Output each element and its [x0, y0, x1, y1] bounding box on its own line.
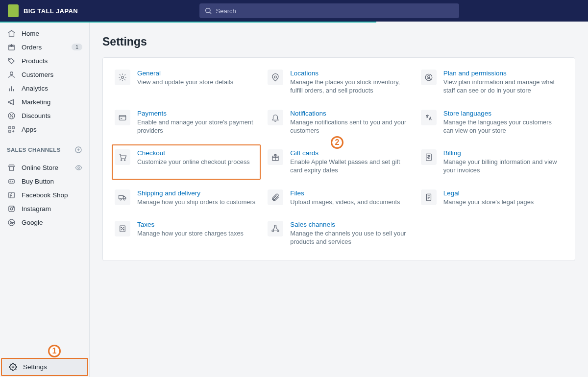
svg-rect-21: [8, 179, 14, 183]
marketing-icon: [7, 97, 16, 106]
languages-icon: [421, 110, 437, 125]
svg-point-22: [10, 181, 11, 182]
tile-description: Upload images, videos, and documents: [290, 198, 400, 206]
tile-title: Checkout: [137, 149, 250, 157]
nav-item-label: Apps: [22, 126, 82, 133]
truck-icon: [115, 189, 130, 205]
user-circle-icon: [421, 70, 437, 85]
svg-rect-23: [8, 192, 14, 197]
settings-tile-notifications[interactable]: NotificationsManage notifications sent t…: [267, 109, 411, 136]
settings-tile-billing[interactable]: BillingManage your billing information a…: [420, 148, 564, 176]
settings-tile-sales-channels[interactable]: Sales channelsManage the channels you us…: [267, 220, 411, 247]
sidebar: HomeOrders1ProductsCustomersAnalyticsMar…: [0, 23, 90, 377]
svg-point-0: [205, 8, 210, 13]
settings-tile-checkout[interactable]: CheckoutCustomize your online checkout p…: [112, 144, 261, 180]
tile-description: Manage notifications sent to you and you…: [290, 118, 410, 135]
channel-icon: [7, 190, 16, 199]
channel-icon: [7, 218, 16, 227]
tile-title: Legal: [443, 189, 534, 197]
nav-item-discounts[interactable]: Discounts: [0, 109, 89, 122]
tile-title: Locations: [290, 70, 410, 77]
add-channel-icon[interactable]: [74, 146, 82, 154]
settings-tile-shipping-and-delivery[interactable]: Shipping and deliveryManage how you ship…: [114, 188, 258, 207]
eye-icon[interactable]: [75, 164, 82, 171]
tile-description: Manage the places you stock inventory, f…: [290, 78, 410, 95]
settings-tile-gift-cards[interactable]: Gift cardsEnable Apple Wallet passes and…: [267, 148, 411, 176]
nav-badge: 1: [72, 44, 82, 50]
tile-description: View and update your store details: [137, 78, 233, 86]
tile-title: Files: [290, 189, 400, 197]
svg-rect-12: [8, 126, 10, 128]
tile-title: General: [137, 70, 233, 77]
tile-title: Taxes: [137, 221, 244, 228]
nav-item-label: Analytics: [22, 85, 82, 92]
svg-line-1: [210, 12, 211, 14]
search-input[interactable]: [216, 7, 454, 15]
channel-item-google[interactable]: Google: [0, 215, 89, 229]
channel-icon: [7, 177, 16, 186]
store-name: BIG TALL JAPAN: [24, 7, 78, 15]
nav-item-apps[interactable]: Apps: [0, 122, 89, 136]
settings-tile-taxes[interactable]: TaxesManage how your store charges taxes: [114, 220, 258, 247]
svg-point-26: [10, 208, 13, 210]
svg-rect-43: [119, 195, 123, 199]
home-icon: [7, 29, 16, 38]
settings-tile-plan-and-permissions[interactable]: Plan and permissionsView plan informatio…: [420, 69, 564, 96]
sales-channels-heading: SALES CHANNELS: [0, 140, 89, 157]
products-icon: [7, 56, 16, 65]
svg-point-30: [122, 76, 124, 79]
nav-item-orders[interactable]: Orders1: [0, 40, 89, 54]
channel-item-label: Online Store: [22, 164, 69, 171]
svg-point-44: [120, 199, 122, 200]
gift-icon: [268, 149, 283, 165]
nav-item-products[interactable]: Products: [0, 54, 89, 68]
settings-tile-payments[interactable]: PaymentsEnable and manage your store's p…: [114, 109, 258, 136]
svg-point-37: [121, 160, 122, 161]
clip-icon: [268, 189, 283, 205]
svg-point-33: [427, 75, 430, 78]
nav-item-analytics[interactable]: Analytics: [0, 81, 89, 95]
nav-item-home[interactable]: Home: [0, 26, 89, 40]
channel-item-buy-button[interactable]: Buy Button: [0, 174, 89, 188]
settings-tile-legal[interactable]: LegalManage your store's legal pages: [420, 188, 564, 207]
search-box[interactable]: [199, 3, 459, 18]
settings-tile-general[interactable]: GeneralView and update your store detail…: [114, 69, 258, 96]
nav-item-label: Home: [22, 30, 82, 37]
settings-nav-item[interactable]: Settings: [1, 358, 88, 376]
nav-item-marketing[interactable]: Marketing: [0, 95, 89, 109]
store-identity[interactable]: BIG TALL JAPAN: [8, 4, 78, 17]
tile-description: Manage the channels you use to sell your…: [290, 229, 410, 246]
orders-icon: [7, 43, 16, 51]
svg-point-53: [123, 229, 124, 230]
settings-tile-store-languages[interactable]: Store languagesManage the languages your…: [420, 109, 564, 136]
svg-point-27: [13, 207, 13, 207]
channel-item-online-store[interactable]: Online Store: [0, 161, 89, 174]
channel-item-label: Facebook Shop: [22, 191, 82, 199]
svg-point-52: [121, 227, 122, 228]
customers-icon: [7, 70, 16, 79]
settings-card: GeneralView and update your store detail…: [102, 57, 575, 261]
svg-point-20: [78, 166, 80, 168]
nav-item-customers[interactable]: Customers: [0, 68, 89, 81]
svg-point-29: [12, 366, 14, 368]
apps-icon: [7, 125, 16, 134]
settings-nav-label: Settings: [23, 363, 47, 371]
channel-item-facebook-shop[interactable]: Facebook Shop: [0, 188, 89, 202]
channel-icon: [7, 163, 16, 172]
settings-tile-files[interactable]: FilesUpload images, videos, and document…: [267, 188, 411, 207]
svg-point-4: [10, 71, 13, 74]
nav-item-label: Marketing: [22, 98, 82, 106]
settings-tile-locations[interactable]: LocationsManage the places you stock inv…: [267, 69, 411, 96]
svg-point-11: [12, 116, 12, 117]
main-content: Settings GeneralView and update your sto…: [90, 23, 588, 377]
channel-item-instagram[interactable]: Instagram: [0, 202, 89, 215]
gear-icon: [115, 70, 130, 85]
tile-title: Sales channels: [290, 221, 410, 228]
svg-point-10: [10, 114, 10, 115]
bell-icon: [268, 110, 283, 125]
channel-icon: [7, 204, 16, 213]
tile-description: Manage the languages your customers can …: [443, 118, 563, 135]
svg-point-31: [274, 76, 277, 78]
legal-icon: [421, 189, 437, 205]
nav-item-label: Orders: [22, 44, 66, 51]
